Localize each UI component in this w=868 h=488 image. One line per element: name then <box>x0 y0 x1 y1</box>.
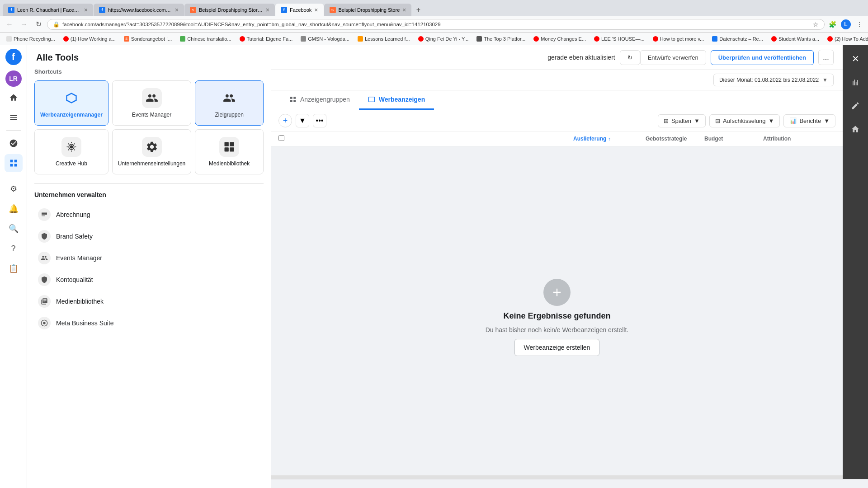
bookmark-favicon <box>301 36 306 42</box>
menu-label-medienbibliothek: Medienbibliothek <box>56 298 104 305</box>
shortcuts-section: Shortcuts Werbeanzeigenmanager Events Ma… <box>27 68 271 182</box>
menu-item-meta-business-suite[interactable]: Meta Business Suite <box>34 312 264 334</box>
bookmark-item[interactable]: Money Changes E... <box>531 35 589 42</box>
tab-close-4[interactable]: × <box>314 6 318 14</box>
bookmark-item[interactable]: (1) How Working a... <box>61 35 118 42</box>
right-edit-icon[interactable] <box>847 98 863 114</box>
shortcut-medienbibliothek[interactable]: Medienbibliothek <box>195 129 264 174</box>
columns-button[interactable]: ⊞ Spalten ▼ <box>658 114 706 127</box>
tab-close-2[interactable]: × <box>175 6 179 14</box>
menu-label-abrechnung: Abrechnung <box>56 211 90 218</box>
shortcut-zielgruppen[interactable]: Zielgruppen <box>195 80 264 126</box>
bid-strategy-label: Gebotsstrategie <box>646 136 687 142</box>
tab-anzeigengruppen[interactable]: Anzeigengruppen <box>280 90 359 110</box>
toolbar-more-button[interactable]: ••• <box>313 114 326 127</box>
sidebar-search-icon[interactable]: 🔍 <box>5 220 23 238</box>
profile-icon[interactable]: L <box>841 19 851 29</box>
more-options-button[interactable]: ... <box>818 50 834 65</box>
sidebar-emoji-icon[interactable] <box>5 134 23 152</box>
bookmark-item[interactable]: How to get more v... <box>650 35 707 42</box>
sidebar-table-icon[interactable]: 📋 <box>5 259 23 277</box>
header-attribution[interactable]: Attribution <box>763 136 835 142</box>
header-bid-strategy[interactable]: Gebotsstrategie <box>646 136 704 142</box>
header-budget[interactable]: Budget <box>704 136 763 142</box>
sidebar-help-icon[interactable]: ? <box>5 239 23 258</box>
brand-safety-icon <box>38 230 51 243</box>
tab-close-1[interactable]: × <box>84 6 88 14</box>
tab-close-5[interactable]: × <box>402 6 406 14</box>
bookmark-favicon: S <box>124 36 129 42</box>
empty-add-button[interactable] <box>543 279 571 306</box>
section-divider <box>34 183 264 184</box>
shortcut-events-manager[interactable]: Events Manager <box>112 80 191 126</box>
right-panel: ✕ <box>843 45 868 488</box>
reports-icon: 📊 <box>789 117 797 124</box>
bookmark-label: Sonderangebot !... <box>131 36 172 42</box>
bookmark-item[interactable]: GMSN - Vologda... <box>298 35 352 42</box>
tab-werbeanzeigen[interactable]: Werbeanzeigen <box>359 90 434 110</box>
sidebar-menu-icon[interactable] <box>5 108 23 127</box>
date-picker-text: Dieser Monat: 01.08.2022 bis 22.08.2022 <box>719 77 819 83</box>
menu-label-brand-safety: Brand Safety <box>56 233 93 240</box>
bookmark-item[interactable]: Student Wants a... <box>769 35 822 42</box>
bookmark-item[interactable]: The Top 3 Platfor... <box>474 35 528 42</box>
add-campaign-button[interactable]: + <box>278 114 292 127</box>
svg-point-0 <box>70 145 73 149</box>
menu-item-events-manager[interactable]: Events Manager <box>34 247 264 269</box>
meta-business-suite-icon <box>38 317 51 329</box>
tab-close-3[interactable]: × <box>266 6 269 14</box>
right-chart-icon[interactable] <box>847 74 863 90</box>
header-checkbox[interactable] <box>278 135 292 142</box>
shortcut-werbeanzeigenmanager[interactable]: Werbeanzeigenmanager <box>34 80 108 126</box>
sidebar-grid-icon[interactable] <box>5 154 23 172</box>
tab-5[interactable]: S Beispiel Dropshipping Store × <box>324 4 412 16</box>
address-bookmark-icon[interactable]: ☆ <box>813 21 819 28</box>
bookmark-item[interactable]: Datenschutz – Re... <box>709 35 766 42</box>
header-delivery[interactable]: Auslieferung ↑ <box>573 136 646 142</box>
tab-4[interactable]: f Facebook × <box>275 4 324 16</box>
back-button[interactable]: ← <box>4 19 15 30</box>
bookmark-item[interactable]: S Sonderangebot !... <box>121 35 175 42</box>
discard-button[interactable]: Entwürfe verwerfen <box>640 50 706 65</box>
date-picker[interactable]: Dieser Monat: 01.08.2022 bis 22.08.2022 … <box>713 74 834 86</box>
create-ad-button[interactable]: Werbeanzeige erstellen <box>514 339 600 356</box>
menu-item-medienbibliothek[interactable]: Medienbibliothek <box>34 291 264 312</box>
bookmark-item[interactable]: Lessons Learned f... <box>355 35 413 42</box>
avatar[interactable]: LR <box>5 70 22 87</box>
sidebar-settings-icon[interactable]: ⚙ <box>5 180 23 198</box>
extensions-icon[interactable]: 🧩 <box>827 19 837 29</box>
reports-button[interactable]: 📊 Berichte ▼ <box>783 114 835 127</box>
bookmark-item[interactable]: LEE 'S HOUSE—... <box>591 35 647 42</box>
bookmark-label: Chinese translatio... <box>187 36 231 42</box>
tab-2[interactable]: f https://www.facebook.com/ac... × <box>94 4 184 16</box>
shortcut-icon-medienbibliothek <box>219 137 239 157</box>
bookmark-item[interactable]: (2) How To Add A... <box>825 35 868 42</box>
reload-button[interactable]: ↻ <box>33 19 44 30</box>
address-bar[interactable]: 🔒 facebook.com/adsmanager/?act=303253577… <box>47 19 825 30</box>
bookmark-item[interactable]: Qing Fei De Yi - Y... <box>415 35 472 42</box>
right-house-icon[interactable] <box>847 121 863 137</box>
menu-item-kontoqualitat[interactable]: Kontoqualität <box>34 269 264 291</box>
top-bar-right: Entwürfe verwerfen Überprüfen und veröff… <box>640 50 834 65</box>
bookmark-item[interactable]: Phone Recycling... <box>4 35 58 42</box>
toolbar-dropdown-button[interactable]: ▼ <box>296 114 309 127</box>
close-panel-button[interactable]: ✕ <box>847 51 863 67</box>
new-tab-button[interactable]: + <box>412 4 425 16</box>
forward-button[interactable]: → <box>18 19 30 30</box>
bookmark-item[interactable]: Chinese translatio... <box>177 35 234 42</box>
sidebar-home-icon[interactable] <box>5 89 23 107</box>
refresh-button[interactable]: ↻ <box>620 50 640 65</box>
select-all-checkbox[interactable] <box>278 135 284 141</box>
tab-3[interactable]: S Beispiel Dropshipping Store ... × <box>184 4 275 16</box>
breakdown-button[interactable]: ⊟ Aufschlüsselung ▼ <box>709 114 780 127</box>
publish-button[interactable]: Überprüfen und veröffentlichen <box>711 50 814 65</box>
shortcut-creative-hub[interactable]: Creative Hub <box>34 129 108 174</box>
tab-1[interactable]: f Leon R. Chaudhari | Facebook × <box>3 4 93 16</box>
menu-item-brand-safety[interactable]: Brand Safety <box>34 225 264 247</box>
shortcut-unternehmenseinstellungen[interactable]: Unternehmenseinstellungen <box>112 129 191 174</box>
menu-item-abrechnung[interactable]: Abrechnung <box>34 204 264 225</box>
browser-menu-icon[interactable]: ⋮ <box>854 19 864 29</box>
top-bar-center: gerade eben aktualisiert ↻ <box>547 50 640 65</box>
bookmark-item[interactable]: Tutorial: Eigene Fa... <box>237 35 296 42</box>
sidebar-bell-icon[interactable]: 🔔 <box>5 200 23 218</box>
